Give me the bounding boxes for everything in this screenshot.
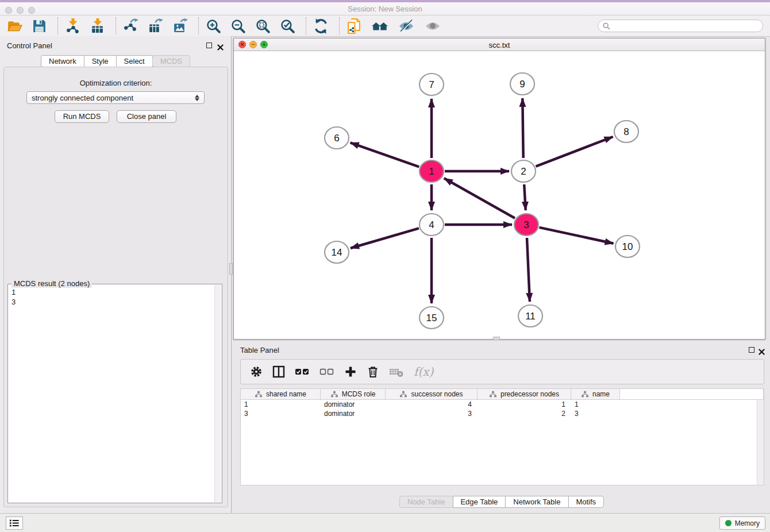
control-panel-tabs: NetworkStyleSelectMCDS	[41, 55, 190, 67]
float-panel-icon[interactable]	[206, 43, 212, 48]
graph-edge-2-8[interactable]	[536, 137, 613, 167]
column-header-shared-name[interactable]: shared name	[241, 389, 321, 399]
tab-select[interactable]: Select	[116, 55, 153, 67]
tab-style[interactable]: Style	[84, 55, 117, 67]
graph-edge-3-10[interactable]	[540, 228, 614, 244]
cell-shared-name: 3	[241, 409, 321, 418]
memory-status-icon	[725, 520, 732, 526]
zoom-selected-icon[interactable]	[280, 18, 295, 34]
home-icon[interactable]	[371, 18, 388, 34]
refresh-icon[interactable]	[313, 18, 329, 34]
tab-node-table[interactable]: Node Table	[399, 496, 453, 508]
close-panel-button[interactable]: Close panel	[117, 110, 176, 123]
optimization-criterion-select[interactable]: strongly connected component	[26, 91, 205, 104]
graph-node-label-1: 1	[429, 166, 434, 177]
table-row-2[interactable]: 3dominator323	[241, 409, 764, 418]
cell-MCDS-role: dominator	[321, 409, 386, 418]
tab-network[interactable]: Network	[41, 55, 84, 67]
hide-selected-icon[interactable]	[398, 18, 415, 34]
run-mcds-button[interactable]: Run MCDS	[55, 110, 109, 123]
cell-successor-nodes: 4	[386, 400, 478, 409]
graph-node-label-9: 9	[519, 79, 525, 90]
column-header-name[interactable]: name	[571, 389, 620, 399]
tab-network-table[interactable]: Network Table	[505, 496, 568, 508]
graph-node-label-7: 7	[429, 79, 434, 90]
show-all-icon[interactable]	[424, 18, 441, 34]
unselect-all-rows-icon[interactable]	[319, 365, 334, 378]
mcds-result-text[interactable]: 1 3	[11, 287, 213, 500]
fit-content-icon[interactable]	[255, 18, 271, 34]
column-header-filler	[620, 389, 764, 399]
task-history-button[interactable]	[6, 516, 23, 530]
tab-motifs[interactable]: Motifs	[568, 496, 604, 508]
split-columns-icon[interactable]	[272, 365, 285, 378]
delete-column-icon[interactable]	[367, 365, 379, 378]
network-window-title: scc.txt	[234, 41, 765, 49]
graph-node-label-8: 8	[623, 126, 629, 137]
horizontal-splitter-handle[interactable]	[493, 337, 500, 340]
memory-label: Memory	[735, 519, 760, 527]
save-session-icon[interactable]	[32, 18, 47, 34]
export-table-icon[interactable]	[148, 18, 163, 34]
list-icon	[9, 519, 20, 527]
select-all-rows-icon[interactable]	[295, 365, 310, 378]
open-session-icon[interactable]	[7, 18, 22, 34]
import-table-icon[interactable]	[90, 18, 105, 34]
graph-edge-3-11[interactable]	[527, 238, 530, 302]
copy-network-icon[interactable]	[346, 18, 362, 34]
graph-node-label-3: 3	[523, 219, 529, 230]
network-view-window: × − + scc.txt 7968124314101511	[233, 38, 765, 340]
search-input[interactable]	[613, 21, 758, 30]
tab-mcds[interactable]: MCDS	[152, 55, 190, 67]
graph-node-label-2: 2	[521, 166, 526, 177]
window-title: Session: New Session	[0, 5, 770, 13]
criterion-value: strongly connected component	[32, 94, 133, 102]
network-canvas[interactable]: 7968124314101511	[234, 51, 765, 339]
export-image-icon[interactable]	[172, 18, 188, 34]
zoom-out-icon[interactable]	[230, 18, 246, 34]
gear-icon[interactable]	[250, 365, 263, 378]
graph-edge-1-6[interactable]	[351, 142, 419, 167]
mcds-result-group: MCDS result (2 nodes) 1 3	[7, 284, 222, 503]
graph-edge-2-3[interactable]	[524, 184, 526, 210]
cell-name: 1	[571, 400, 620, 409]
application-window: Session: New Session Control Panel Netwo…	[0, 0, 770, 532]
graph-node-label-11: 11	[525, 311, 536, 322]
graph-edge-4-14[interactable]	[351, 228, 419, 248]
table-scrollbar[interactable]	[757, 400, 764, 485]
function-builder-icon: f(x)	[414, 365, 433, 378]
mcds-result-label: MCDS result (2 nodes)	[11, 279, 92, 288]
export-network-icon[interactable]	[123, 18, 138, 34]
window-titlebar: Session: New Session	[0, 2, 770, 16]
tab-edge-table[interactable]: Edge Table	[452, 496, 506, 508]
control-panel: Control Panel NetworkStyleSelectMCDS Opt…	[0, 36, 232, 513]
main-toolbar	[0, 16, 770, 37]
close-table-panel-icon[interactable]	[759, 347, 765, 353]
column-header-successor-nodes[interactable]: successor nodes	[386, 389, 478, 399]
network-window-titlebar: × − + scc.txt	[234, 38, 765, 51]
cell-predecessor-nodes: 1	[478, 400, 571, 409]
cell-shared-name: 1	[241, 400, 321, 409]
search-box[interactable]	[598, 20, 763, 32]
table-panel: Table Panel f(x) shared nameMCDS rolesuc…	[233, 341, 770, 513]
graph-node-label-10: 10	[622, 241, 633, 252]
memory-button[interactable]: Memory	[719, 516, 765, 530]
cell-name: 3	[571, 409, 620, 418]
graph-edge-3-1[interactable]	[444, 178, 515, 218]
import-network-icon[interactable]	[65, 18, 80, 34]
table-row-1[interactable]: 1dominator411	[241, 400, 764, 409]
close-panel-icon[interactable]	[217, 43, 224, 49]
result-scrollbar[interactable]	[214, 285, 221, 502]
graph-edge-2-9[interactable]	[522, 98, 523, 158]
column-header-MCDS-role[interactable]: MCDS role	[321, 389, 386, 399]
vertical-splitter-handle[interactable]	[229, 263, 233, 275]
toolbar-separator	[198, 17, 199, 34]
zoom-in-icon[interactable]	[206, 18, 221, 34]
toolbar-separator	[116, 17, 116, 34]
graph-node-label-4: 4	[429, 219, 434, 230]
column-header-predecessor-nodes[interactable]: predecessor nodes	[478, 389, 571, 399]
node-table: shared nameMCDS rolesuccessor nodesprede…	[240, 388, 764, 485]
add-column-icon[interactable]	[344, 365, 357, 378]
cell-successor-nodes: 3	[386, 409, 478, 418]
float-table-panel-icon[interactable]	[749, 347, 754, 353]
